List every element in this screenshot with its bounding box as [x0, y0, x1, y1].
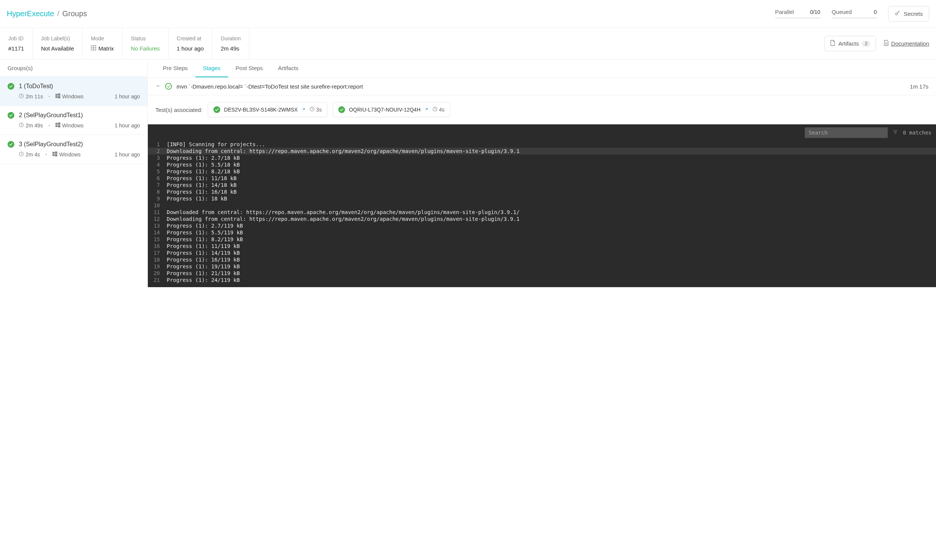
- artifacts-label: Artifacts: [838, 40, 859, 47]
- clock-icon: [19, 151, 24, 157]
- duration-value: 2m 49s: [221, 45, 241, 52]
- duration-label: Duration: [221, 35, 241, 42]
- filter-icon[interactable]: [892, 129, 898, 137]
- console-line[interactable]: 1[INFO] Scanning for projects...: [148, 141, 936, 148]
- group-item-2[interactable]: 2 (SelPlayGroundTest1) 2m 49s • Windows …: [0, 106, 148, 135]
- doc-icon: [884, 40, 889, 47]
- stage-row[interactable]: mvn `-Dmaven.repo.local= `-Dtest=ToDoTes…: [148, 78, 936, 95]
- console-lines[interactable]: 1[INFO] Scanning for projects...2Downloa…: [148, 141, 936, 287]
- clock-icon: [310, 107, 315, 113]
- console-line[interactable]: 6Progress (1): 11/18 kB: [148, 175, 936, 182]
- tests-label: Test(s) associated:: [156, 107, 202, 113]
- job-labels-cell: Job Label(s) Not Available: [33, 28, 83, 59]
- line-number: 20: [148, 270, 167, 276]
- group-item-3[interactable]: 3 (SelPlayGroundTest2) 2m 4s • Windows 1…: [0, 135, 148, 164]
- key-icon: [894, 10, 901, 17]
- console-line[interactable]: 10: [148, 202, 936, 209]
- group-name: 2 (SelPlayGroundTest1): [19, 112, 83, 119]
- svg-rect-17: [52, 152, 55, 154]
- console-line[interactable]: 9Progress (1): 18 kB: [148, 195, 936, 202]
- console-line[interactable]: 17Progress (1): 14/119 kB: [148, 249, 936, 256]
- console-line[interactable]: 2Downloading from central: https://repo.…: [148, 148, 936, 154]
- line-number: 19: [148, 263, 167, 269]
- console-line[interactable]: 19Progress (1): 19/119 kB: [148, 263, 936, 270]
- group-time: 1 hour ago: [115, 151, 140, 157]
- parallel-label: Parallel: [775, 9, 794, 15]
- console-line[interactable]: 18Progress (1): 16/119 kB: [148, 256, 936, 263]
- status-cell: Status No Failures: [123, 28, 168, 59]
- console-line[interactable]: 12Downloading from central: https://repo…: [148, 215, 936, 222]
- file-icon: [830, 40, 835, 47]
- console-search-input[interactable]: [805, 128, 888, 138]
- svg-rect-14: [56, 125, 58, 127]
- tab-post-steps[interactable]: Post Steps: [228, 60, 271, 77]
- windows-icon: [56, 94, 60, 100]
- console-line[interactable]: 11Downloaded from central: https://repo.…: [148, 209, 936, 215]
- duration-cell: Duration 2m 49s: [212, 28, 249, 59]
- line-number: 7: [148, 182, 167, 188]
- line-text: Downloading from central: https://repo.m…: [167, 148, 520, 154]
- external-link-icon[interactable]: [301, 107, 306, 113]
- tab-stages[interactable]: Stages: [195, 60, 228, 77]
- mode-cell: Mode Matrix: [83, 28, 123, 59]
- group-item-1[interactable]: 1 (ToDoTest) 2m 11s • Windows 1 hour ago: [0, 77, 148, 106]
- console: 0 matches 1[INFO] Scanning for projects.…: [148, 125, 936, 287]
- job-id-value: #1171: [8, 45, 24, 52]
- svg-rect-12: [56, 123, 58, 125]
- external-link-icon[interactable]: [424, 107, 429, 113]
- status-label: Status: [131, 35, 160, 42]
- console-line[interactable]: 21Progress (1): 24/119 kB: [148, 277, 936, 283]
- line-number: 9: [148, 195, 167, 202]
- match-count: 0 matches: [903, 130, 931, 136]
- line-number: 15: [148, 236, 167, 242]
- check-outline-icon: [165, 83, 172, 90]
- line-text: Progress (1): 18 kB: [167, 195, 227, 202]
- check-icon: [8, 83, 14, 90]
- line-number: 13: [148, 223, 167, 229]
- line-text: Progress (1): 14/18 kB: [167, 182, 236, 188]
- console-line[interactable]: 16Progress (1): 11/119 kB: [148, 243, 936, 249]
- line-text: Progress (1): 11/119 kB: [167, 243, 240, 249]
- tab-pre-steps[interactable]: Pre Steps: [156, 60, 195, 77]
- breadcrumb-sep: /: [57, 9, 60, 18]
- group-duration: 2m 4s: [19, 151, 40, 157]
- secrets-button[interactable]: Secrets: [888, 6, 929, 22]
- console-line[interactable]: 20Progress (1): 21/119 kB: [148, 270, 936, 277]
- artifacts-button[interactable]: Artifacts 2: [824, 36, 876, 51]
- queued-label: Queued: [831, 9, 851, 15]
- console-line[interactable]: 5Progress (1): 8.2/18 kB: [148, 168, 936, 175]
- chevron-down-icon[interactable]: [156, 83, 160, 90]
- separator-dot: •: [48, 94, 50, 100]
- console-line[interactable]: 7Progress (1): 14/18 kB: [148, 182, 936, 188]
- group-time: 1 hour ago: [115, 94, 140, 100]
- line-text: Progress (1): 16/18 kB: [167, 189, 236, 195]
- group-os: Windows: [56, 94, 84, 100]
- group-os: Windows: [52, 151, 81, 157]
- line-text: Progress (1): 2.7/119 kB: [167, 223, 243, 229]
- tab-artifacts[interactable]: Artifacts: [270, 60, 306, 77]
- svg-rect-13: [58, 123, 60, 125]
- svg-rect-18: [55, 151, 58, 154]
- console-line[interactable]: 4Progress (1): 5.5/18 kB: [148, 161, 936, 168]
- line-number: 14: [148, 229, 167, 235]
- test-chip-2[interactable]: OQRIU-L73Q7-NOUIV-12Q4H 4s: [333, 102, 450, 117]
- console-line[interactable]: 3Progress (1): 2.7/18 kB: [148, 154, 936, 161]
- console-line[interactable]: 14Progress (1): 5.5/119 kB: [148, 229, 936, 236]
- created-at-cell: Created at 1 hour ago: [168, 28, 213, 59]
- line-text: Progress (1): 5.5/18 kB: [167, 162, 240, 168]
- test-id: OQRIU-L73Q7-NOUIV-12Q4H: [349, 107, 421, 113]
- group-name: 3 (SelPlayGroundTest2): [19, 141, 83, 148]
- line-number: 6: [148, 175, 167, 181]
- line-text: Progress (1): 14/119 kB: [167, 250, 240, 256]
- created-at-value: 1 hour ago: [177, 45, 204, 52]
- svg-rect-9: [56, 96, 58, 98]
- console-line[interactable]: 13Progress (1): 2.7/119 kB: [148, 222, 936, 229]
- mode-text: Matrix: [99, 45, 114, 52]
- console-line[interactable]: 15Progress (1): 8.2/119 kB: [148, 236, 936, 243]
- test-chip-1[interactable]: DES2V-BL3SV-S148K-2WMSX 3s: [208, 102, 327, 117]
- line-number: 11: [148, 209, 167, 215]
- documentation-link[interactable]: Documentation: [884, 40, 929, 47]
- clock-icon: [19, 123, 24, 129]
- breadcrumb-root[interactable]: HyperExecute: [7, 9, 54, 18]
- console-line[interactable]: 8Progress (1): 16/18 kB: [148, 188, 936, 195]
